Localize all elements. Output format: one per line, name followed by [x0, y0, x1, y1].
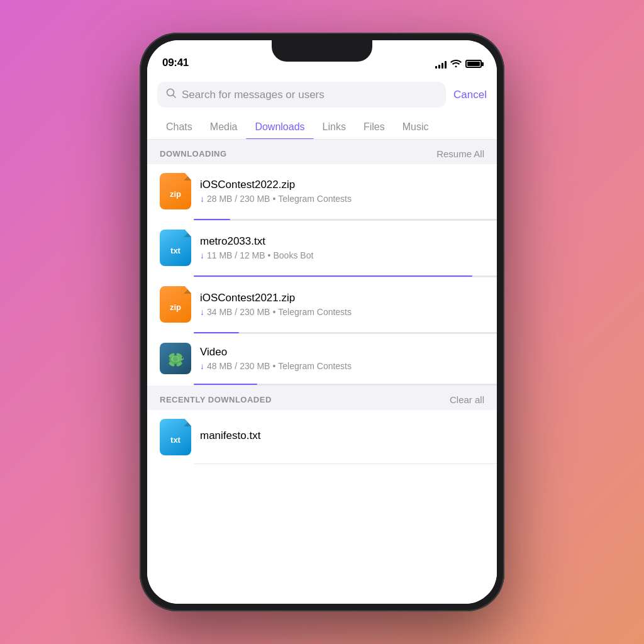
- tab-chats[interactable]: Chats: [157, 115, 201, 139]
- file-sep-2: •: [268, 250, 271, 260]
- zip-icon-1: zip: [160, 173, 191, 209]
- signal-bars: [435, 60, 447, 69]
- file-info-1: iOSContest2022.zip ↓ 28 MB / 230 MB • Te…: [200, 179, 484, 204]
- file-source-4: Telegram Contests: [278, 361, 352, 371]
- file-name-recent-1: manifesto.txt: [200, 430, 484, 442]
- file-size-4: 48 MB / 230 MB: [207, 361, 270, 371]
- cancel-button[interactable]: Cancel: [453, 89, 487, 101]
- file-name-3: iOSContest2021.zip: [200, 292, 484, 304]
- file-meta-3: ↓ 34 MB / 230 MB • Telegram Contests: [200, 307, 484, 317]
- progress-bar-4: [194, 384, 257, 385]
- progress-container-2: [194, 275, 497, 277]
- file-info-4: Video ↓ 48 MB / 230 MB • Telegram Contes…: [200, 346, 484, 371]
- recent-item-1[interactable]: txt manifesto.txt: [147, 410, 497, 464]
- icon-corner-recent-1: [184, 419, 191, 426]
- tab-links[interactable]: Links: [314, 115, 355, 139]
- recent-title: RECENTLY DOWNLOADED: [160, 395, 272, 404]
- signal-bar-4: [445, 61, 447, 69]
- signal-bar-2: [438, 65, 440, 69]
- wifi-icon: [450, 58, 462, 69]
- file-source-3: Telegram Contests: [278, 307, 352, 317]
- battery-fill: [467, 62, 480, 66]
- phone-wrapper: 09:41: [140, 33, 504, 611]
- file-size-3: 34 MB / 230 MB: [207, 307, 270, 317]
- downloading-title: DOWNLOADING: [160, 149, 227, 158]
- file-source-1: Telegram Contests: [278, 194, 352, 204]
- file-type-label-1: zip: [170, 189, 181, 199]
- file-type-label-3: zip: [170, 303, 181, 312]
- tabs-row: Chats Media Downloads Links Files Music: [147, 115, 497, 140]
- progress-container-1: [194, 219, 497, 220]
- signal-bar-1: [435, 66, 437, 69]
- file-item-3[interactable]: zip iOSContest2021.zip ↓ 34 MB / 230 MB …: [147, 277, 497, 334]
- battery-icon: [465, 60, 482, 68]
- file-name-2: metro2033.txt: [200, 235, 484, 248]
- downloading-list: zip iOSContest2022.zip ↓ 28 MB / 230 MB …: [147, 164, 497, 386]
- file-sep-3: •: [272, 307, 275, 317]
- file-item-4[interactable]: Video ↓ 48 MB / 230 MB • Telegram Contes…: [147, 334, 497, 386]
- search-placeholder: Search for messages or users: [182, 89, 325, 101]
- search-bar-row: Search for messages or users Cancel: [147, 74, 497, 115]
- file-sep-1: •: [272, 194, 275, 204]
- progress-container-3: [194, 332, 497, 333]
- file-info-3: iOSContest2021.zip ↓ 34 MB / 230 MB • Te…: [200, 292, 484, 317]
- file-size-1: 28 MB / 230 MB: [207, 194, 270, 204]
- zip-icon-3: zip: [160, 286, 191, 323]
- signal-bar-3: [441, 63, 443, 69]
- file-size-2: 11 MB / 12 MB: [207, 250, 265, 260]
- file-item-1[interactable]: zip iOSContest2022.zip ↓ 28 MB / 230 MB …: [147, 164, 497, 221]
- file-info-2: metro2033.txt ↓ 11 MB / 12 MB • Books Bo…: [200, 235, 484, 260]
- icon-corner-1: [184, 173, 191, 180]
- phone-screen: 09:41: [147, 40, 497, 604]
- txt-icon-2: txt: [160, 230, 191, 266]
- recent-section-header: RECENTLY DOWNLOADED Clear all: [147, 386, 497, 410]
- status-time: 09:41: [162, 57, 189, 69]
- txt-icon-recent-1: txt: [160, 419, 191, 455]
- resume-all-button[interactable]: Resume All: [436, 148, 484, 159]
- file-source-2: Books Bot: [274, 250, 314, 260]
- tab-files[interactable]: Files: [355, 115, 394, 139]
- file-meta-2: ↓ 11 MB / 12 MB • Books Bot: [200, 250, 484, 260]
- tab-downloads[interactable]: Downloads: [246, 115, 313, 139]
- file-info-recent-1: manifesto.txt: [200, 430, 484, 445]
- tab-music[interactable]: Music: [394, 115, 438, 139]
- file-item-2[interactable]: txt metro2033.txt ↓ 11 MB / 12 MB • Book…: [147, 221, 497, 277]
- progress-bar-2: [194, 275, 472, 277]
- progress-container-4: [194, 384, 497, 385]
- screen-content: Search for messages or users Cancel Chat…: [147, 74, 497, 604]
- progress-bar-3: [194, 332, 239, 333]
- file-meta-1: ↓ 28 MB / 230 MB • Telegram Contests: [200, 194, 484, 204]
- progress-bar-1: [194, 219, 230, 220]
- file-type-label-2: txt: [170, 246, 180, 255]
- download-arrow-2: ↓: [200, 250, 204, 260]
- download-arrow-1: ↓: [200, 194, 204, 204]
- search-icon: [166, 88, 177, 101]
- tab-media[interactable]: Media: [201, 115, 247, 139]
- download-arrow-3: ↓: [200, 307, 204, 317]
- recent-list: txt manifesto.txt: [147, 410, 497, 464]
- icon-corner-3: [184, 286, 191, 294]
- icon-corner-2: [184, 230, 191, 237]
- status-icons: [435, 58, 482, 69]
- video-thumbnail-4: [160, 343, 191, 374]
- file-name-1: iOSContest2022.zip: [200, 179, 484, 191]
- svg-point-4: [182, 357, 183, 358]
- download-arrow-4: ↓: [200, 361, 204, 371]
- clear-all-button[interactable]: Clear all: [450, 394, 484, 405]
- notch: [272, 40, 372, 62]
- file-type-label-recent-1: txt: [170, 435, 180, 445]
- file-sep-4: •: [272, 361, 275, 371]
- file-name-4: Video: [200, 346, 484, 358]
- search-input-container[interactable]: Search for messages or users: [157, 82, 446, 108]
- file-meta-4: ↓ 48 MB / 230 MB • Telegram Contests: [200, 361, 484, 371]
- downloading-section-header: DOWNLOADING Resume All: [147, 140, 497, 164]
